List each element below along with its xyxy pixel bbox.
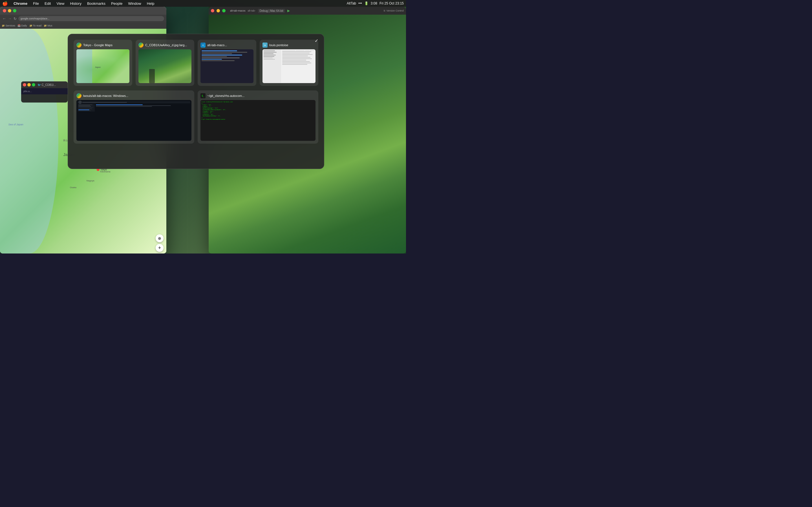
- xcode-toolbar: alt-tab-macos alt-tab- Debug | Mac 64-bi…: [209, 7, 406, 15]
- zoom-in-button[interactable]: +: [156, 244, 163, 252]
- finder-icon: 🗂: [262, 43, 267, 48]
- sea-japan-label: Sea of Japan: [8, 123, 23, 126]
- alttab-title-xcode: alt-tab-maco...: [207, 43, 227, 47]
- menubar-app-name[interactable]: Chrome: [11, 1, 30, 6]
- xcode-icon: X: [200, 43, 206, 48]
- menubar-right: AltTab ••• 🔋 3:08 Fri 25 Oct 23:15: [347, 1, 404, 5]
- twitter-min[interactable]: [28, 83, 31, 87]
- alttab-item-header-anime: C_CDB1IUwAAxy_d.jpg:larg...: [139, 43, 192, 48]
- alttab-preview-maps: Japan: [77, 49, 130, 83]
- finder-sidebar: [262, 49, 281, 83]
- menubar-file[interactable]: File: [31, 1, 41, 6]
- alttab-item-header-maps: Tokyo - Google Maps: [77, 43, 130, 48]
- osaka-label: Osaka: [70, 186, 77, 189]
- maximize-button[interactable]: [13, 9, 16, 12]
- alttab-item-github[interactable]: lwouis/alt-tab-macos: Windows...: [73, 91, 194, 144]
- twitter-close[interactable]: [23, 83, 26, 87]
- alttab-grid-bottom: lwouis/alt-tab-macos: Windows...: [73, 91, 318, 144]
- alttab-item-header-xcode: X alt-tab-maco...: [200, 43, 253, 48]
- finder-icon-face: 🗂: [264, 44, 266, 47]
- alttab-item-xcode[interactable]: X alt-tab-maco...: [198, 40, 256, 86]
- chrome-maps-titlebar: [0, 7, 166, 15]
- alttab-preview-github: [77, 100, 192, 141]
- xcode-icon-text: X: [202, 44, 204, 47]
- xcode-min[interactable]: [216, 9, 220, 12]
- menubar-history[interactable]: History: [68, 1, 84, 6]
- menubar-time: 3:08: [371, 1, 377, 5]
- nagoya-label: Nagoya: [87, 179, 94, 182]
- alttab-grid-top: Tokyo - Google Maps Japan C_CDB1IUwAAxy_…: [73, 40, 318, 86]
- bookmark-services[interactable]: 📁 Services: [2, 24, 15, 27]
- menubar-items: Chrome File Edit View History Bookmarks …: [11, 1, 156, 6]
- reload-btn[interactable]: ↻: [13, 17, 17, 21]
- yokohama-label: Yokohama: [100, 170, 110, 173]
- finder-file-list: [281, 49, 315, 83]
- bookmark-daily[interactable]: 📅 Daily: [17, 24, 27, 27]
- close-button[interactable]: [3, 9, 6, 12]
- alttab-checkmark: ✓: [315, 38, 318, 43]
- xcode-close[interactable]: [211, 9, 214, 12]
- alttab-item-header-github: lwouis/alt-tab-macos: Windows...: [77, 93, 192, 98]
- menubar-people[interactable]: People: [109, 1, 124, 6]
- twitter-max[interactable]: [32, 83, 35, 87]
- alttab-title-maps: Tokyo - Google Maps: [83, 43, 112, 47]
- menubar-view[interactable]: View: [54, 1, 66, 6]
- twitter-content: pbs.a...: [21, 88, 68, 94]
- forward-btn[interactable]: →: [8, 16, 12, 21]
- menubar-battery: 🔋: [364, 1, 368, 5]
- location-icon: ⊕: [158, 236, 161, 240]
- menubar: 🍎 Chrome File Edit View History Bookmark…: [0, 0, 406, 7]
- menubar-dots: •••: [358, 1, 362, 5]
- menubar-date: Fri 25 Oct 23:15: [379, 1, 404, 5]
- back-btn[interactable]: ←: [2, 16, 6, 21]
- alttab-title-github: lwouis/alt-tab-macos: Windows...: [83, 94, 128, 98]
- alttab-title-terminal: ~/git_clones/rhs-autocom...: [207, 94, 245, 98]
- twitter-url: pbs.a...: [22, 89, 66, 93]
- xcode-debug-btn[interactable]: Debug | Mac 64-bit: [258, 9, 285, 13]
- xcode-scheme: alt-tab-: [248, 9, 256, 12]
- alttab-preview-terminal: $ cat ~/Library/Preferences/alt-tab-maco…: [200, 100, 315, 141]
- alttab-item-finder[interactable]: 🗂 louis.pontoise: [260, 40, 318, 86]
- alttab-overlay: ✓ Tokyo - Google Maps Japan C_CDB1IUwAAx…: [68, 34, 324, 169]
- xcode-thumbnail: [200, 49, 253, 83]
- alttab-title-anime: C_CDB1IUwAAxy_d.jpg:larg...: [145, 43, 187, 47]
- bookmark-toread[interactable]: 📁 To read: [29, 24, 42, 27]
- chrome-icon-maps: [77, 43, 82, 48]
- bookmark-music[interactable]: 📁 Mus: [44, 24, 52, 27]
- maps-thumbnail: Japan: [77, 49, 130, 83]
- alttab-item-anime[interactable]: C_CDB1IUwAAxy_d.jpg:larg...: [136, 40, 194, 86]
- sea-area: [0, 29, 58, 253]
- menubar-window[interactable]: Window: [126, 1, 143, 6]
- menubar-bookmarks[interactable]: Bookmarks: [85, 1, 108, 6]
- chrome-icon-anime: [139, 43, 144, 48]
- plus-icon: +: [158, 245, 161, 251]
- alttab-item-tokyo-maps[interactable]: Tokyo - Google Maps Japan: [73, 40, 132, 86]
- address-bar-url[interactable]: google.com/maps/place...: [20, 17, 50, 20]
- alttab-title-finder: louis.pontoise: [269, 43, 288, 47]
- twitter-window: 🐦 C_CDB1I... pbs.a...: [21, 81, 68, 103]
- alttab-preview-finder: [262, 49, 315, 83]
- terminal-icon-text: $_: [202, 95, 204, 97]
- menubar-help[interactable]: Help: [145, 1, 157, 6]
- alttab-preview-xcode: [200, 49, 253, 83]
- menubar-edit[interactable]: Edit: [42, 1, 53, 6]
- apple-menu[interactable]: 🍎: [2, 1, 8, 6]
- twitter-title: 🐦 C_CDB1I...: [38, 83, 56, 87]
- minimize-button[interactable]: [8, 9, 11, 12]
- run-button[interactable]: ▶: [287, 9, 290, 13]
- location-button[interactable]: ⊕: [156, 234, 163, 242]
- xcode-max[interactable]: [222, 9, 225, 12]
- alttab-item-header-terminal: $_ ~/git_clones/rhs-autocom...: [200, 93, 315, 98]
- alttab-menubar-label[interactable]: AltTab: [347, 1, 356, 5]
- version-control-label: 9: Version Control: [384, 9, 404, 12]
- alttab-item-terminal[interactable]: $_ ~/git_clones/rhs-autocom... $ cat ~/L…: [198, 91, 318, 144]
- toyama-kanji-label: 富山: [63, 139, 68, 142]
- twitter-titlebar: 🐦 C_CDB1I...: [21, 81, 68, 88]
- xcode-project-name: alt-tab-macos: [230, 9, 246, 12]
- alttab-preview-anime: [139, 49, 192, 83]
- terminal-text-content: $ cat ~/Library/Preferences/alt-tab-maco…: [202, 101, 314, 120]
- chrome-icon-github: [77, 93, 82, 98]
- alttab-item-header-finder: 🗂 louis.pontoise: [262, 43, 315, 48]
- terminal-thumbnail: $ cat ~/Library/Preferences/alt-tab-maco…: [200, 100, 315, 141]
- terminal-icon: $_: [200, 93, 206, 98]
